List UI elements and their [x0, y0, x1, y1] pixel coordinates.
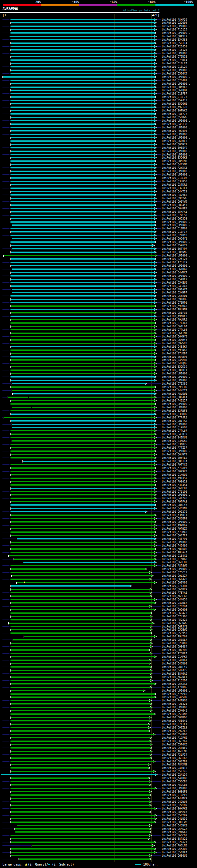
hit-accession-label[interactable]: UniRef100_A3LPI4	[162, 753, 187, 756]
hit-accession-label[interactable]: UniRef100_Q7PL68	[162, 328, 187, 332]
alignment-bar[interactable]	[11, 56, 154, 57]
alignment-bar[interactable]	[11, 130, 154, 131]
hit-accession-label[interactable]: UniRef100_Q5CPX4	[162, 851, 187, 854]
hit-accession-label[interactable]: UniRef100_A4S796	[162, 537, 187, 541]
alignment-bar[interactable]	[10, 693, 154, 695]
alignment-bar[interactable]	[10, 120, 154, 121]
alignment-bar[interactable]	[10, 410, 154, 411]
alignment-bar[interactable]	[10, 444, 154, 445]
hit-accession-label[interactable]: UniRef100_UPI000..	[162, 25, 190, 28]
hit-accession-label[interactable]: UniRef100_B9SFU0	[162, 385, 187, 389]
alignment-bar[interactable]	[10, 309, 154, 310]
alignment-bar[interactable]	[10, 477, 154, 479]
alignment-bar[interactable]	[11, 157, 154, 158]
alignment-bar[interactable]	[10, 491, 154, 492]
alignment-bar[interactable]	[11, 663, 149, 664]
hit-accession-label[interactable]: UniRef100_Q6PBE3	[162, 140, 187, 143]
alignment-bar[interactable]	[10, 430, 154, 431]
hit-accession-label[interactable]: UniRef100_A9PH69	[162, 524, 187, 527]
alignment-bar[interactable]	[10, 518, 154, 519]
hit-accession-label[interactable]: UniRef100_Q4KTI3	[162, 190, 187, 193]
alignment-bar[interactable]	[10, 59, 154, 61]
alignment-bar[interactable]	[10, 646, 150, 647]
hit-accession-label[interactable]: UniRef100_Q38HU5	[162, 412, 187, 416]
hit-accession-label[interactable]: UniRef100_C5P6X6	[162, 743, 187, 746]
hit-accession-label[interactable]: UniRef100_UPI000..	[162, 254, 190, 257]
alignment-bar[interactable]	[11, 70, 154, 71]
alignment-bar[interactable]	[10, 713, 154, 715]
alignment-bar[interactable]	[10, 747, 150, 748]
alignment-bar[interactable]	[11, 144, 154, 145]
hit-accession-label[interactable]: UniRef100_B5DGK8	[162, 156, 187, 159]
hit-accession-label[interactable]: UniRef100_Q4S138	[162, 123, 187, 126]
hit-accession-label[interactable]: UniRef100_B0FWK5	[162, 109, 187, 113]
hit-accession-label[interactable]: UniRef100_A9ZT78	[162, 105, 187, 109]
hit-accession-label[interactable]: UniRef100_B4IKU1	[162, 436, 187, 439]
hit-accession-label[interactable]: UniRef100_B5X5S8	[162, 38, 187, 41]
alignment-bar[interactable]	[12, 238, 154, 239]
alignment-bar[interactable]	[10, 215, 154, 216]
hit-accession-label[interactable]: UniRef100_B7UEB4	[162, 352, 187, 355]
alignment-bar[interactable]	[10, 235, 154, 236]
alignment-bar[interactable]	[23, 562, 154, 563]
alignment-bar[interactable]	[10, 687, 150, 688]
hit-accession-label[interactable]: UniRef100_B7FJX5	[162, 321, 187, 325]
alignment-bar[interactable]	[11, 677, 150, 678]
hit-accession-label[interactable]: UniRef100_Q95276	[162, 510, 187, 514]
alignment-bar[interactable]	[17, 582, 154, 583]
hit-accession-label[interactable]: UniRef100_A8U9N9	[162, 308, 187, 311]
alignment-bar[interactable]	[10, 39, 154, 40]
alignment-bar[interactable]	[11, 696, 154, 698]
alignment-bar[interactable]	[10, 100, 154, 101]
hit-accession-label[interactable]: UniRef100_A9SNA3	[162, 348, 187, 352]
hit-accession-label[interactable]: UniRef100_Q804Y7	[162, 204, 187, 207]
hit-accession-label[interactable]: UniRef100_Q2N159	[162, 773, 187, 777]
hit-accession-label[interactable]: UniRef100_B0KWN5	[162, 251, 187, 254]
hit-accession-label[interactable]: UniRef100_Q8MTM3	[162, 159, 187, 163]
alignment-bar[interactable]	[11, 29, 154, 30]
hit-accession-label[interactable]: UniRef100_C5KB00	[162, 733, 187, 736]
alignment-bar[interactable]	[10, 734, 153, 735]
alignment-bar[interactable]	[11, 848, 154, 849]
hit-accession-label[interactable]: UniRef100_Q5AGZ7	[162, 827, 187, 831]
alignment-bar[interactable]	[10, 815, 155, 816]
hit-accession-label[interactable]: UniRef100_B2YHY0	[162, 234, 187, 237]
alignment-bar[interactable]	[11, 151, 154, 152]
hit-accession-label[interactable]: UniRef100_C0S7B1	[162, 760, 187, 763]
alignment-bar[interactable]	[12, 575, 151, 577]
hit-accession-label[interactable]: UniRef100_UPI000..	[162, 541, 190, 544]
alignment-bar[interactable]	[11, 373, 154, 374]
alignment-bar[interactable]	[10, 673, 150, 674]
hit-accession-label[interactable]: UniRef100_Q70MP1	[162, 301, 187, 305]
alignment-bar[interactable]	[12, 248, 154, 249]
hit-accession-label[interactable]: UniRef100_C5XEU2	[162, 281, 187, 284]
hit-accession-label[interactable]: UniRef100_C3KHP7	[162, 291, 187, 294]
alignment-bar[interactable]	[11, 703, 150, 705]
alignment-bar[interactable]	[10, 484, 154, 486]
alignment-bar[interactable]	[11, 272, 154, 273]
alignment-bar[interactable]	[10, 282, 154, 283]
hit-accession-label[interactable]: UniRef100_C1BM02	[162, 227, 187, 230]
hit-accession-label[interactable]: UniRef100_B4MZH3	[162, 359, 187, 362]
hit-accession-label[interactable]: UniRef100_A9TYC5	[162, 463, 187, 466]
hit-accession-label[interactable]: UniRef100_UPI000..	[162, 31, 190, 35]
alignment-bar[interactable]	[10, 295, 154, 297]
alignment-bar[interactable]	[17, 538, 154, 539]
alignment-bar[interactable]	[11, 346, 154, 347]
hit-accession-label[interactable]: UniRef100_C3ZTF1	[162, 187, 187, 190]
alignment-bar[interactable]	[11, 42, 154, 44]
hit-accession-label[interactable]: UniRef100_A4RHG5	[162, 699, 187, 702]
hit-accession-label[interactable]: UniRef100_B4JQ19	[162, 433, 187, 436]
alignment-bar[interactable]	[11, 319, 154, 320]
hit-accession-label[interactable]: UniRef100_B2WIQ9	[162, 804, 187, 807]
hit-accession-label[interactable]: UniRef100_A8E608	[162, 548, 187, 551]
hit-accession-label[interactable]: UniRef100_B0EFW2	[162, 820, 187, 824]
hit-accession-label[interactable]: UniRef100_A1D2D4	[162, 679, 187, 682]
alignment-bar[interactable]	[12, 390, 154, 391]
alignment-bar[interactable]	[11, 488, 154, 489]
alignment-bar[interactable]	[11, 312, 154, 313]
hit-accession-label[interactable]: UniRef100_Q9W5R8	[162, 342, 187, 345]
hit-accession-label[interactable]: UniRef100_B3RNF8	[162, 409, 187, 412]
hit-accession-label[interactable]: UniRef100_B6H4Z3	[162, 612, 187, 615]
alignment-bar[interactable]	[10, 592, 150, 593]
